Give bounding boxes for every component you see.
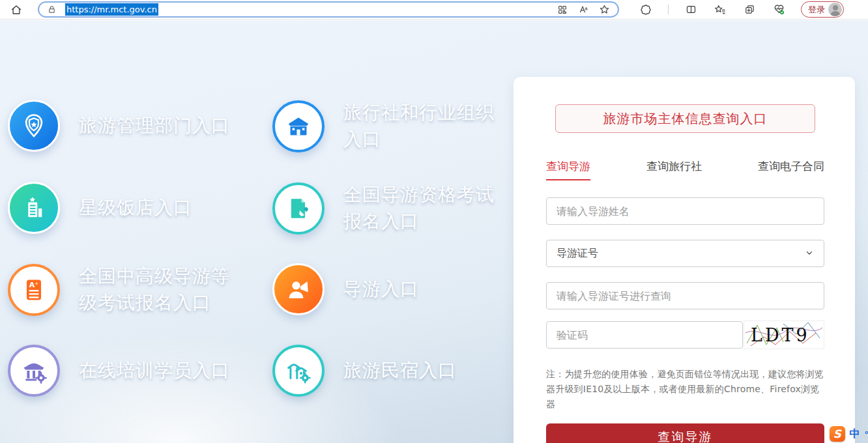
entry-label: 全国导游资格考试报名入口 [343, 182, 501, 235]
shield-badge-icon [8, 100, 60, 152]
star-hotel-icon [8, 182, 60, 234]
entry-homestay[interactable]: 旅游民宿入口 [272, 345, 501, 397]
sign-in-button[interactable]: 登录 [801, 1, 844, 18]
entry-travel-agency[interactable]: 旅行社和行业组织入口 [272, 100, 501, 152]
query-guide-submit-button[interactable]: 查询导游 [546, 423, 824, 443]
guide-name-input[interactable] [546, 197, 824, 225]
query-tabs: 查询导游 查询旅行社 查询电子合同 [546, 159, 824, 180]
split-screen-icon[interactable] [684, 3, 698, 17]
home-icon[interactable] [9, 3, 23, 17]
favorite-star-icon[interactable] [597, 3, 611, 17]
page-background: 旅游管理部门入口 旅行社和行业组织入口 [0, 20, 868, 443]
svg-text:A⁺: A⁺ [29, 281, 39, 289]
browser-toolbar: https://mr.mct.gov.cn [0, 0, 868, 20]
svg-text:LDT9: LDT9 [751, 325, 810, 345]
grade-exam-icon: A⁺ [8, 264, 60, 316]
tab-query-e-contract[interactable]: 查询电子合同 [758, 159, 824, 179]
tour-guide-icon [272, 263, 325, 315]
read-aloud-icon[interactable] [576, 3, 590, 17]
entry-senior-guide-exam[interactable]: A⁺ 全国中高级导游等级考试报名入口 [8, 263, 237, 316]
captcha-row: LDT9 [546, 321, 824, 349]
profile-avatar-icon [828, 3, 842, 16]
training-pagoda-icon [8, 345, 60, 397]
entry-label: 星级饭店入口 [79, 195, 237, 222]
entry-label: 导游入口 [343, 276, 501, 303]
market-entity-query-button[interactable]: 旅游市场主体信息查询入口 [555, 104, 815, 133]
cert-type-select[interactable]: 导游证号 [546, 240, 824, 267]
query-panel: 旅游市场主体信息查询入口 查询导游 查询旅行社 查询电子合同 导游证号 [514, 77, 855, 443]
ime-toolbar[interactable]: S 中 °, [830, 426, 868, 442]
entry-guide-qualification-exam[interactable]: 全国导游资格考试报名入口 [272, 182, 501, 235]
entry-label: 旅游民宿入口 [343, 358, 501, 384]
ime-language-mode[interactable]: 中 [850, 427, 860, 441]
url-text-selected[interactable]: https://mr.mct.gov.cn [65, 3, 158, 16]
tab-query-guide[interactable]: 查询导游 [546, 159, 590, 180]
exam-document-icon [272, 182, 325, 235]
browser-action-icons: 登录 [639, 1, 844, 18]
cert-type-value: 导游证号 [557, 247, 598, 261]
agency-building-icon [272, 100, 325, 152]
toolbar-divider [668, 5, 669, 14]
entry-online-training[interactable]: 在线培训学员入口 [8, 345, 237, 397]
address-bar[interactable]: https://mr.mct.gov.cn [38, 1, 619, 18]
entry-label: 旅游管理部门入口 [79, 113, 237, 139]
sogou-ime-icon[interactable]: S [830, 426, 845, 442]
guide-cert-no-input[interactable] [546, 282, 824, 309]
entry-tourism-admin[interactable]: 旅游管理部门入口 [8, 100, 237, 152]
entry-tour-guide[interactable]: 导游入口 [272, 263, 501, 315]
screen: https://mr.mct.gov.cn [0, 0, 868, 443]
sign-in-label: 登录 [808, 4, 825, 16]
browser-upgrade-note: 注：为提升您的使用体验，避免页面错位等情况出现，建议您将浏览器升级到IE10及以… [546, 367, 824, 412]
qr-code-icon[interactable] [555, 3, 570, 17]
entry-star-hotel[interactable]: 星级饭店入口 [8, 182, 237, 234]
browser-essentials-icon[interactable] [772, 3, 786, 17]
ime-punctuation-mode[interactable]: °, [865, 429, 868, 439]
entry-label: 在线培训学员入口 [79, 358, 237, 384]
portal-entries: 旅游管理部门入口 旅行社和行业组织入口 [8, 79, 516, 412]
chevron-down-icon [805, 248, 814, 260]
tab-query-travel-agency[interactable]: 查询旅行社 [646, 159, 702, 179]
captcha-image[interactable]: LDT9 [744, 321, 824, 349]
entry-label: 全国中高级导游等级考试报名入口 [79, 263, 237, 316]
entry-label: 旅行社和行业组织入口 [343, 100, 501, 152]
favorites-list-icon[interactable] [713, 3, 727, 17]
lock-icon[interactable] [44, 3, 59, 17]
extensions-icon[interactable] [639, 3, 653, 17]
captcha-input[interactable] [546, 321, 743, 349]
collections-icon[interactable] [742, 3, 757, 17]
homestay-icon [272, 345, 325, 397]
